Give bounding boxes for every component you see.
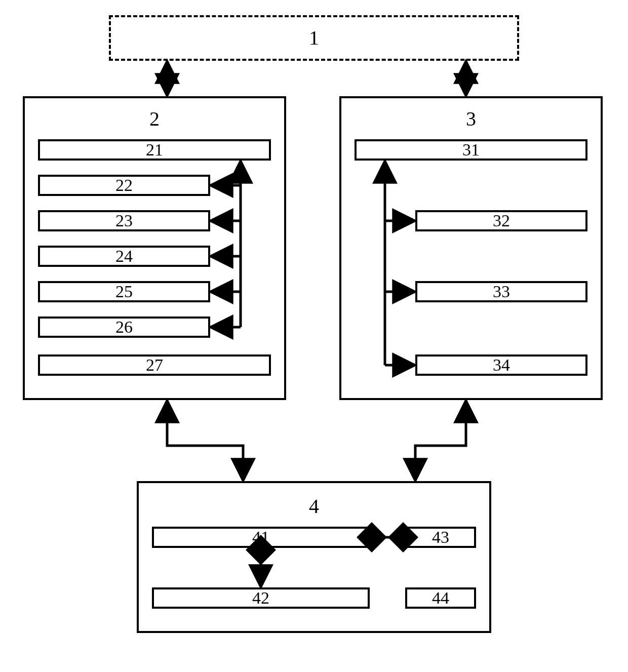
- block-27: 27: [38, 354, 271, 376]
- block-33-label: 33: [493, 282, 510, 301]
- block-25-label: 25: [115, 282, 133, 301]
- block-22-label: 22: [115, 176, 133, 195]
- block-41-label: 41: [252, 528, 269, 547]
- block-22: 22: [38, 175, 210, 196]
- edge-2-4: [167, 402, 243, 479]
- block-25: 25: [38, 281, 210, 302]
- block-23-label: 23: [115, 211, 133, 230]
- block-21: 21: [38, 139, 271, 161]
- block-42-label: 42: [252, 588, 269, 608]
- block-31: 31: [355, 139, 587, 161]
- block-32: 32: [415, 210, 587, 231]
- block-33: 33: [415, 281, 587, 302]
- block-27-label: 27: [146, 355, 163, 375]
- block-42: 42: [152, 587, 370, 609]
- block-1-label: 1: [309, 28, 319, 48]
- block-43: 43: [405, 527, 476, 548]
- block-34-label: 34: [493, 355, 510, 375]
- block-43-label: 43: [432, 528, 449, 547]
- block-2-label: 2: [23, 109, 286, 129]
- block-26-label: 26: [115, 318, 133, 337]
- block-31-label: 31: [462, 140, 480, 160]
- block-44-label: 44: [432, 588, 449, 608]
- block-21-label: 21: [146, 140, 163, 160]
- block-24-label: 24: [115, 247, 133, 266]
- block-41: 41: [152, 527, 370, 548]
- block-23: 23: [38, 210, 210, 231]
- edge-3-4: [415, 402, 466, 479]
- block-32-label: 32: [493, 211, 510, 230]
- block-4-label: 4: [137, 496, 491, 517]
- block-34: 34: [415, 354, 587, 376]
- block-26: 26: [38, 317, 210, 338]
- block-1: 1: [109, 15, 519, 61]
- block-24: 24: [38, 246, 210, 267]
- block-3-label: 3: [339, 109, 603, 129]
- block-44: 44: [405, 587, 476, 609]
